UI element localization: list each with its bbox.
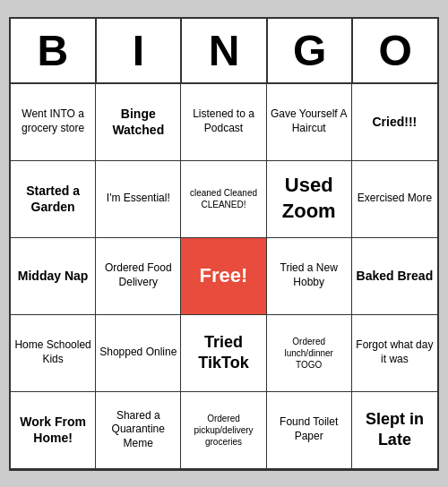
bingo-letter-o: O: [353, 19, 437, 82]
bingo-letter-i: I: [97, 19, 183, 82]
bingo-cell-5[interactable]: Started a Garden: [11, 161, 96, 238]
bingo-cell-1[interactable]: Binge Watched: [96, 84, 181, 161]
bingo-header: BINGO: [11, 19, 437, 84]
bingo-cell-14[interactable]: Baked Bread: [352, 238, 437, 315]
bingo-cell-11[interactable]: Ordered Food Delivery: [96, 238, 181, 315]
bingo-cell-21[interactable]: Shared a Quarantine Meme: [96, 392, 181, 469]
bingo-cell-2[interactable]: Listened to a Podcast: [181, 84, 266, 161]
bingo-card: BINGO Went INTO a grocery storeBinge Wat…: [9, 17, 439, 471]
bingo-cell-7[interactable]: cleaned Cleaned CLEANED!: [181, 161, 266, 238]
bingo-cell-13[interactable]: Tried a New Hobby: [267, 238, 352, 315]
bingo-cell-15[interactable]: Home Schooled Kids: [11, 315, 96, 392]
bingo-grid: Went INTO a grocery storeBinge WatchedLi…: [11, 84, 437, 469]
bingo-cell-10[interactable]: Midday Nap: [11, 238, 96, 315]
bingo-cell-18[interactable]: Ordered lunch/dinner TOGO: [267, 315, 352, 392]
bingo-cell-12[interactable]: Free!: [181, 238, 266, 315]
bingo-cell-16[interactable]: Shopped Online: [96, 315, 181, 392]
bingo-cell-6[interactable]: I'm Essential!: [96, 161, 181, 238]
bingo-cell-17[interactable]: Tried TikTok: [181, 315, 266, 392]
bingo-cell-8[interactable]: Used Zoom: [267, 161, 352, 238]
bingo-cell-23[interactable]: Found Toilet Paper: [267, 392, 352, 469]
bingo-cell-24[interactable]: Slept in Late: [352, 392, 437, 469]
bingo-letter-n: N: [182, 19, 268, 82]
bingo-cell-0[interactable]: Went INTO a grocery store: [11, 84, 96, 161]
bingo-cell-9[interactable]: Exercised More: [352, 161, 437, 238]
bingo-cell-19[interactable]: Forgot what day it was: [352, 315, 437, 392]
bingo-cell-20[interactable]: Work From Home!: [11, 392, 96, 469]
bingo-cell-4[interactable]: Cried!!!: [352, 84, 437, 161]
bingo-cell-3[interactable]: Gave Yourself A Haircut: [267, 84, 352, 161]
bingo-letter-b: B: [11, 19, 97, 82]
bingo-letter-g: G: [268, 19, 354, 82]
bingo-cell-22[interactable]: Ordered pickup/delivery groceries: [181, 392, 266, 469]
